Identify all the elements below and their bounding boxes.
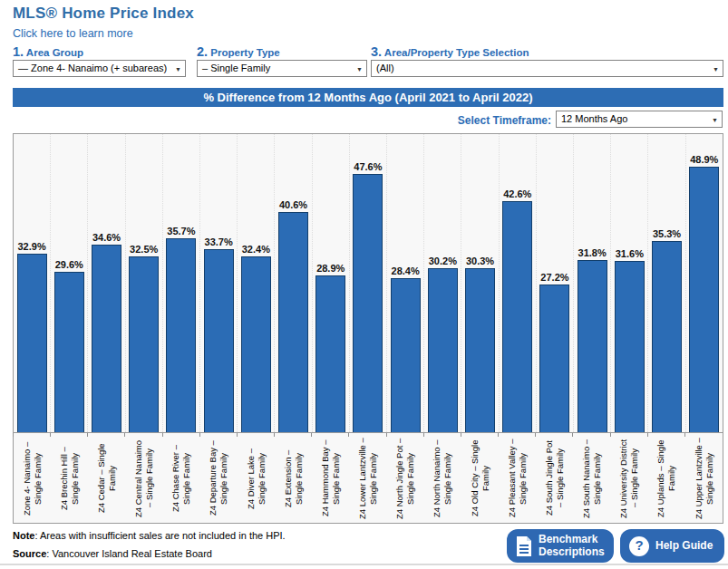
category-label-cell: Z4 Lower Lantzville – Single Family — [349, 433, 386, 523]
bar[interactable] — [166, 238, 196, 432]
bar-value-label: 35.7% — [167, 226, 195, 236]
category-label-cell: Z4 Extension – Single Family — [275, 433, 312, 523]
bar[interactable] — [428, 268, 458, 432]
category-label-cell: Zone 4- Nanaimo – Single Family — [14, 433, 51, 523]
bar-column: 29.6% — [50, 134, 87, 432]
area-group-number: 1. — [13, 44, 24, 59]
help-button-label: Help Guide — [655, 540, 713, 552]
category-label: Z4 Departure Bay – Single Family — [208, 438, 229, 519]
timeframe-label: Select Timeframe: — [363, 114, 551, 127]
bar[interactable] — [315, 275, 345, 432]
bar-column: 32.5% — [125, 134, 162, 432]
category-label: Z4 South Nanaimo – Single Family — [581, 438, 603, 519]
bar[interactable] — [539, 284, 569, 432]
category-label: Zone 4- Nanaimo – Single Family — [22, 438, 44, 519]
bar-column: 34.6% — [87, 134, 124, 432]
area-property-selection-value: (All) — [376, 63, 394, 73]
bar[interactable] — [391, 278, 421, 432]
category-label-cell: Z4 Uplands – Single Family — [648, 433, 685, 523]
chevron-down-icon: ▼ — [712, 112, 718, 128]
benchmark-descriptions-button[interactable]: Benchmark Descriptions — [507, 529, 614, 563]
bar-value-label: 32.4% — [242, 244, 270, 255]
bar-value-label: 28.9% — [316, 263, 345, 274]
property-type-select[interactable]: – Single Family ▼ — [197, 60, 367, 77]
bar-value-label: 30.3% — [466, 256, 494, 266]
category-label-cell: Z4 South Nanaimo – Single Family — [573, 433, 610, 523]
area-group-value: — Zone 4- Nanaimo (+ subareas) — [18, 63, 167, 73]
bar[interactable] — [652, 241, 682, 432]
bar-column: 30.2% — [423, 134, 461, 432]
bar[interactable] — [353, 174, 383, 432]
category-label-cell: Z4 Chase River – Single Family — [163, 433, 200, 523]
area-group-select[interactable]: — Zone 4- Nanaimo (+ subareas) ▼ — [13, 60, 186, 77]
category-label: Z4 Old City – Single Family — [470, 438, 491, 519]
property-type-value: – Single Family — [202, 63, 270, 73]
bar-value-label: 31.6% — [616, 248, 644, 259]
category-label-cell: Z4 Pleasant Valley – Single Family — [499, 433, 536, 523]
category-label-cell: Z4 Departure Bay – Single Family — [200, 433, 238, 523]
category-label-cell: Z4 Central Nanaimo – Single Family — [125, 433, 162, 523]
category-label: Z4 Uplands – Single Family — [655, 438, 677, 519]
bar[interactable] — [54, 272, 84, 432]
bar[interactable] — [241, 256, 271, 432]
note-text: Note: Areas with insufficient sales are … — [13, 530, 286, 541]
question-icon: ? — [629, 536, 649, 556]
bar[interactable] — [502, 201, 532, 432]
bar-value-label: 32.5% — [130, 244, 158, 255]
chevron-down-icon: ▼ — [175, 62, 181, 77]
bar[interactable] — [204, 249, 234, 432]
bar-column: 28.4% — [386, 134, 423, 432]
category-label: Z4 Upper Lantzville – Single Family — [694, 438, 715, 519]
bar[interactable] — [129, 256, 159, 432]
timeframe-select[interactable]: 12 Months Ago ▼ — [556, 111, 723, 128]
category-label-cell: Z4 Hammond Bay – Single Family — [312, 433, 349, 523]
bar-column: 30.3% — [461, 134, 498, 432]
bar-value-label: 33.7% — [205, 236, 233, 247]
bar-value-label: 35.3% — [653, 228, 681, 239]
chevron-down-icon: ▼ — [356, 62, 363, 77]
bar[interactable] — [278, 212, 308, 432]
category-label: Z4 Extension – Single Family — [283, 438, 305, 519]
area-property-selection-select[interactable]: (All) ▼ — [371, 60, 723, 77]
area-group-label: 1. Area Group — [13, 44, 83, 59]
chevron-down-icon: ▼ — [713, 62, 719, 77]
category-label-cell: Z4 Diver Lake – Single Family — [238, 433, 275, 523]
bar[interactable] — [615, 261, 645, 432]
bar-column: 27.2% — [536, 134, 573, 432]
category-label-cell: Z4 South Jingle Pot – Single Family — [536, 433, 573, 523]
category-label-cell: Z4 University District – Single Family — [611, 433, 648, 523]
document-icon — [516, 535, 532, 557]
bar[interactable] — [92, 245, 121, 432]
benchmark-button-label: Benchmark Descriptions — [539, 534, 605, 557]
category-label: Z4 North Nanaimo – Single Family — [432, 438, 453, 519]
bar-value-label: 42.6% — [503, 188, 531, 199]
bar-column: 35.3% — [647, 134, 684, 432]
filter-area-group: 1. Area Group — Zone 4- Nanaimo (+ subar… — [13, 44, 83, 59]
category-label-cell: Z4 North Jingle Pot – Single Family — [387, 433, 424, 523]
category-label: Z4 University District – Single Family — [618, 438, 640, 519]
bar[interactable] — [17, 254, 47, 432]
learn-more-link[interactable]: Click here to learn more — [13, 27, 133, 40]
category-label-cell: Z4 Old City – Single Family — [461, 433, 499, 523]
bar-value-label: 30.2% — [429, 256, 457, 266]
category-label: Z4 Lower Lantzville – Single Family — [357, 438, 379, 519]
help-guide-button[interactable]: ? Help Guide — [620, 529, 724, 563]
property-type-number: 2. — [197, 44, 208, 59]
bar-column: 47.6% — [349, 134, 386, 432]
area-property-selection-number: 3. — [371, 44, 382, 59]
category-label-row: Zone 4- Nanaimo – Single FamilyZ4 Brechi… — [14, 433, 723, 523]
page-title: MLS® Home Price Index — [13, 5, 194, 23]
bar[interactable] — [578, 260, 607, 432]
bar[interactable] — [465, 268, 495, 432]
bar-column: 42.6% — [499, 134, 536, 432]
category-label-cell: Z4 Upper Lantzville – Single Family — [685, 433, 723, 523]
category-label: Z4 South Jingle Pot – Single Family — [544, 438, 566, 519]
category-label: Z4 Cedar – Single Family — [96, 438, 118, 519]
bar-column: 40.6% — [274, 134, 311, 432]
category-label: Z4 Pleasant Valley – Single Family — [507, 438, 529, 519]
area-property-selection-label: 3. Area/Property Type Selection — [371, 44, 529, 59]
bar[interactable] — [689, 167, 719, 432]
category-label-cell: Z4 Brechin Hill – Single Family — [51, 433, 88, 523]
bar-row: 32.9%29.6%34.6%32.5%35.7%33.7%32.4%40.6%… — [14, 134, 723, 433]
bar-column: 28.9% — [312, 134, 349, 432]
